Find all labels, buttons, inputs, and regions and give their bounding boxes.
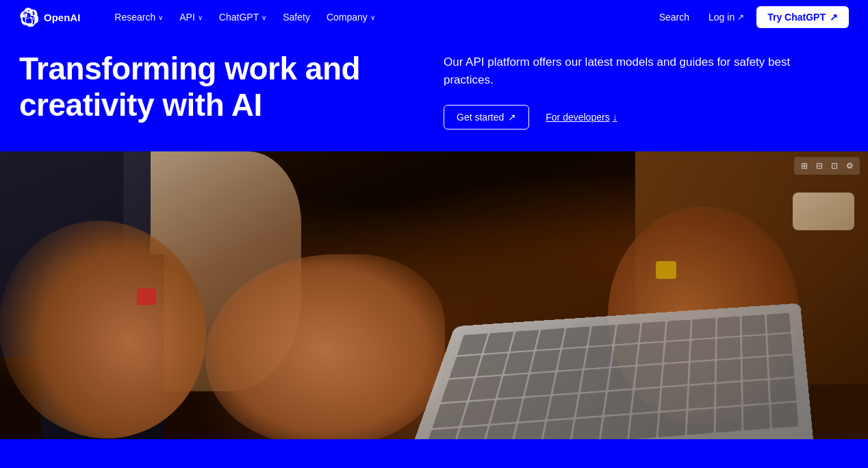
- image-ctrl-1-icon[interactable]: ⊞: [798, 160, 810, 172]
- brand-logo[interactable]: OpenAI: [19, 8, 80, 27]
- nav-research[interactable]: Research ∨: [107, 8, 170, 27]
- phone-on-table: [793, 193, 854, 230]
- image-ctrl-2-icon[interactable]: ⊟: [813, 160, 826, 172]
- research-chevron-icon: ∨: [158, 14, 163, 21]
- image-ctrl-3-icon[interactable]: ⊡: [828, 160, 841, 172]
- search-button[interactable]: Search: [652, 8, 696, 27]
- try-chatgpt-button[interactable]: Try ChatGPT ↗: [756, 6, 849, 28]
- laptop-keyboard: [422, 313, 799, 439]
- nav-company[interactable]: Company ∨: [320, 8, 382, 27]
- nav-chatgpt[interactable]: ChatGPT ∨: [212, 8, 273, 27]
- laptop: [403, 303, 813, 439]
- get-started-arrow-icon: ↗: [508, 112, 516, 123]
- hero-right: Our API platform offers our latest model…: [403, 51, 849, 130]
- for-devs-arrow-icon: ↓: [613, 112, 617, 123]
- try-arrow-icon: ↗: [830, 12, 838, 23]
- smartwatch-right: [656, 261, 676, 279]
- company-chevron-icon: ∨: [370, 14, 375, 21]
- for-developers-button[interactable]: For developers ↓: [546, 112, 617, 123]
- smartwatch-left: [137, 288, 156, 305]
- login-arrow-icon: ↗: [737, 12, 744, 22]
- hero-image-section: ⊞ ⊟ ⊡ ⚙: [0, 151, 868, 439]
- image-ctrl-settings-icon[interactable]: ⚙: [843, 160, 856, 172]
- hero-description: Our API platform offers our latest model…: [444, 53, 827, 88]
- nav-safety[interactable]: Safety: [276, 8, 317, 27]
- hero-actions: Get started ↗ For developers ↓: [444, 105, 849, 130]
- image-controls: ⊞ ⊟ ⊡ ⚙: [794, 157, 860, 175]
- get-started-button[interactable]: Get started ↗: [444, 105, 529, 130]
- nav-links: Research ∨ API ∨ ChatGPT ∨ Safety Compan…: [107, 8, 652, 27]
- openai-logo-icon: [19, 8, 38, 27]
- hero-section: Transforming work and creativity with AI…: [0, 34, 868, 151]
- nav-api[interactable]: API ∨: [173, 8, 209, 27]
- nav-right-actions: Search Log in ↗ Try ChatGPT ↗: [652, 6, 849, 28]
- photo-scene: [0, 151, 868, 439]
- hero-title: Transforming work and creativity with AI: [19, 51, 403, 123]
- chatgpt-chevron-icon: ∨: [261, 14, 266, 21]
- navbar: OpenAI Research ∨ API ∨ ChatGPT ∨ Safety…: [0, 0, 868, 34]
- api-chevron-icon: ∨: [198, 14, 203, 21]
- login-button[interactable]: Log in ↗: [702, 8, 751, 27]
- hero-left: Transforming work and creativity with AI: [19, 51, 403, 123]
- brand-name: OpenAI: [44, 12, 80, 23]
